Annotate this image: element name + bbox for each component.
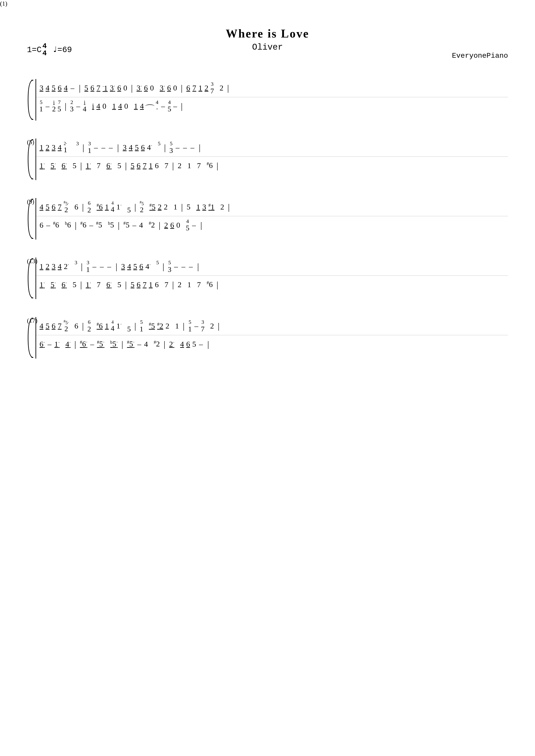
row-17-top: 45 67 #5·2 6 | 62 #61 44 1 5 | 51 #5#2 2… [36,317,508,335]
page-subtitle: Oliver [27,42,508,52]
row-1-top: 34 56 4 – | 56 7·1 36 0 | 360 360 | 67 1… [36,79,508,97]
row-5-bot: 1 5 6 5 | 1 7 6 5 | 56 71 6 7 | 2 1 [36,156,508,175]
row-9-top: 45 67 #5·2 6 | 62 #61 44 1 5 | #52 #52 2… [36,198,508,216]
bracket-1 [27,79,34,121]
row-5-top: 12 34 2·1 3 | 31 – – – | 34 56 4 5 | 53 … [36,139,508,156]
row-13-top: 12 34 2 3 | 31 – – – | 34 56 4 5 | 53 – … [36,257,508,276]
row-13-bot: 1 5 6 5 | 1 7 6 5 | 56 71 6 7 | 2 1 [36,276,508,293]
section-1: (1) 34 56 4 – | 56 7·1 36 0 | 360 360 | … [27,79,508,121]
row-17-bot: 6 – 1 4 | #6 – #5 b5 | #5 – 4 #2 | 2 46 … [36,335,508,353]
section-17: (17) 45 67 #5·2 6 | 62 #61 44 1 5 | 51 #… [27,317,508,359]
staff-system-5: 12 34 2·1 3 | 31 – – – | 34 56 4 5 | 53 … [36,139,508,180]
section-13: (13) 12 34 2 3 | 31 – – – | 34 56 4 5 | … [27,257,508,299]
staff-system-13: 12 34 2 3 | 31 – – – | 34 56 4 5 | 53 – … [36,257,508,299]
section-number-9: (9) [27,198,34,205]
staff-system-9: 45 67 #5·2 6 | 62 #61 44 1 5 | #52 #52 2… [36,198,508,240]
section-number-1: (1) [0,0,8,7]
header-left: 1=C44 ♩=69 [27,43,72,57]
page-title: Where is Love [27,27,508,40]
section-number-5: (5) [27,139,34,146]
section-number-13: (13) [27,257,38,265]
staff-system-1: 34 56 4 – | 56 7·1 36 0 | 360 360 | 67 1… [36,79,508,121]
row-1-bot: 51 – i2 75 | 23 – i4 i4 0 140 14 4· – 45… [36,97,508,115]
row-9-bot: 6 – #6 b6 | #6 – #5 b5 | #5 – 4 #2 | 26 … [36,216,508,234]
section-5: (5) 12 34 2·1 3 | 31 – – – | 34 56 4 5 |… [27,139,508,180]
section-number-17: (17) [27,317,38,324]
staff-system-17: 45 67 #5·2 6 | 62 #61 44 1 5 | 51 #5#2 2… [36,317,508,359]
watermark: EveryonePiano [452,52,508,60]
section-9: (9) 45 67 #5·2 6 | 62 #61 44 1 5 | #52 #… [27,198,508,240]
